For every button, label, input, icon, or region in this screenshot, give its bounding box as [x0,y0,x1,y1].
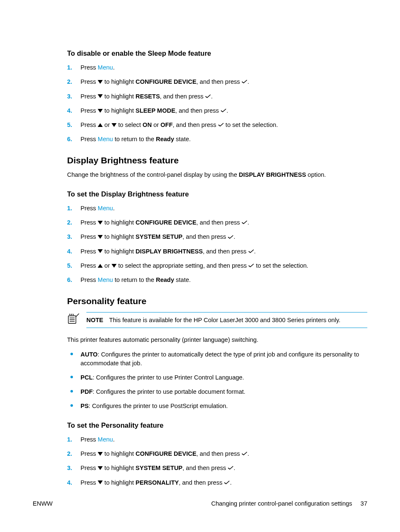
step-number: 2. [67,449,72,458]
note-text: This feature is available for the HP Col… [109,317,340,323]
check-icon [218,123,224,127]
note-content: NOTEThis feature is available for the HP… [86,312,367,328]
step-number: 3. [67,232,72,241]
step-number: 5. [67,121,72,129]
step-item: 2.Press to highlight CONFIGURE DEVICE, a… [67,218,367,227]
bullet-item: PCL: Configures the printer to use Print… [67,373,367,382]
check-icon [224,480,230,485]
subheading-display-brightness: To set the Display Brightness feature [67,190,367,198]
bullet-dot-icon [70,376,73,378]
heading-sleep-mode: To disable or enable the Sleep Mode feat… [67,49,367,57]
note-icon [67,313,80,326]
step-item: 1.Press Menu. [67,63,367,72]
step-item: 6.Press Menu to return to the Ready stat… [67,276,367,284]
step-item: 4.Press to highlight SLEEP MODE, and the… [67,106,367,115]
note-box: NOTEThis feature is available for the HP… [67,312,367,328]
step-number: 5. [67,261,72,270]
up-arrow-icon [98,123,103,127]
step-number: 1. [67,204,72,212]
step-number: 2. [67,77,72,86]
down-arrow-icon [112,264,117,268]
check-icon [242,80,247,84]
down-arrow-icon [98,221,103,225]
step-item: 3.Press to highlight SYSTEM SETUP, and t… [67,464,367,472]
down-arrow-icon [98,249,103,253]
down-arrow-icon [98,94,103,98]
check-icon [221,108,226,113]
bullet-dot-icon [70,353,73,355]
up-arrow-icon [98,264,103,268]
down-arrow-icon [98,480,103,484]
menu-link: Menu [98,436,113,443]
heading-display-brightness: Display Brightness feature [67,155,367,165]
page-number: 37 [361,500,367,507]
bullets-personality: AUTO: Configures the printer to automati… [67,350,367,411]
footer-left: ENWW [33,500,53,507]
menu-link: Menu [98,276,113,283]
down-arrow-icon [98,452,103,456]
step-item: 4.Press to highlight DISPLAY BRIGHTNESS,… [67,247,367,256]
step-item: 5.Press or to select ON or OFF, and then… [67,121,367,129]
document-page: To disable or enable the Sleep Mode feat… [0,0,400,532]
menu-link: Menu [98,64,113,71]
intro-display-brightness: Change the brightness of the control-pan… [67,170,367,179]
step-item: 1.Press Menu. [67,204,367,212]
step-item: 2.Press to highlight CONFIGURE DEVICE, a… [67,449,367,458]
step-item: 6.Press Menu to return to the Ready stat… [67,135,367,143]
step-number: 1. [67,63,72,72]
footer-right: Changing printer control-panel configura… [211,500,367,507]
bullet-item: AUTO: Configures the printer to automati… [67,350,367,368]
check-icon [242,452,247,456]
down-arrow-icon [98,80,103,84]
down-arrow-icon [98,466,103,470]
step-item: 4.Press to highlight PERSONALITY, and th… [67,478,367,487]
bullet-item: PDF: Configures the printer to use porta… [67,387,367,396]
step-number: 4. [67,478,72,487]
step-item: 1.Press Menu. [67,435,367,444]
step-item: 5.Press or to select the appropriate set… [67,261,367,270]
check-icon [242,220,247,225]
check-icon [228,466,234,470]
step-number: 4. [67,106,72,115]
step-number: 3. [67,464,72,472]
steps-display-brightness: 1.Press Menu.2.Press to highlight CONFIG… [67,204,367,284]
subheading-personality: To set the Personality feature [67,421,367,429]
step-number: 6. [67,135,72,143]
check-icon [248,249,254,253]
check-icon [205,94,211,98]
bullet-dot-icon [70,390,73,393]
step-item: 2.Press to highlight CONFIGURE DEVICE, a… [67,77,367,86]
menu-link: Menu [98,136,113,142]
step-number: 6. [67,276,72,284]
step-number: 4. [67,247,72,256]
bullet-dot-icon [70,404,73,407]
steps-personality: 1.Press Menu.2.Press to highlight CONFIG… [67,435,367,487]
steps-sleep-mode: 1.Press Menu.2.Press to highlight CONFIG… [67,63,367,144]
down-arrow-icon [98,109,103,113]
step-number: 1. [67,435,72,444]
down-arrow-icon [98,235,103,239]
step-item: 3.Press to highlight RESETS, and then pr… [67,92,367,101]
step-item: 3.Press to highlight SYSTEM SETUP, and t… [67,232,367,241]
step-number: 2. [67,218,72,227]
intro-personality: This printer features automatic personal… [67,336,367,344]
note-label: NOTE [86,317,103,323]
bullet-item: PS: Configures the printer to use PostSc… [67,402,367,411]
heading-personality: Personality feature [67,296,367,306]
down-arrow-icon [112,123,117,127]
check-icon [228,235,234,239]
menu-link: Menu [98,205,113,212]
page-footer: ENWW Changing printer control-panel conf… [33,500,367,507]
check-icon [248,263,254,268]
step-number: 3. [67,92,72,101]
